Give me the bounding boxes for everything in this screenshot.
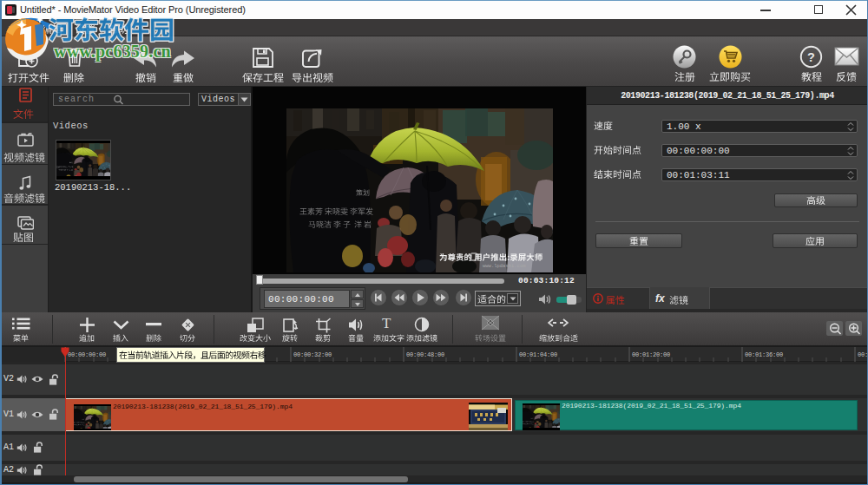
svg-text:?: ? xyxy=(807,50,815,64)
